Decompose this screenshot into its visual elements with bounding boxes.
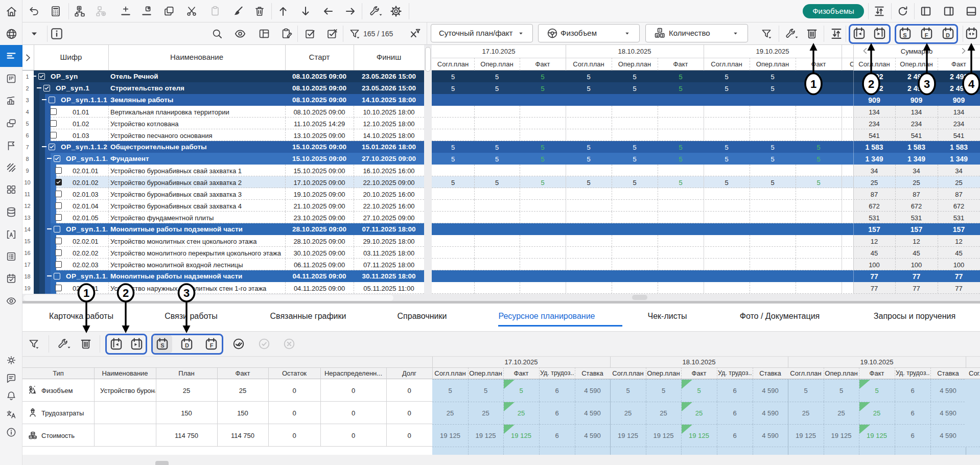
svg-text:2: 2 [868, 78, 874, 90]
svg-text:2: 2 [123, 287, 129, 299]
svg-text:1: 1 [810, 78, 816, 90]
svg-text:3: 3 [924, 78, 930, 90]
svg-text:3: 3 [183, 287, 190, 299]
svg-text:1: 1 [83, 287, 89, 299]
svg-text:4: 4 [968, 78, 975, 90]
